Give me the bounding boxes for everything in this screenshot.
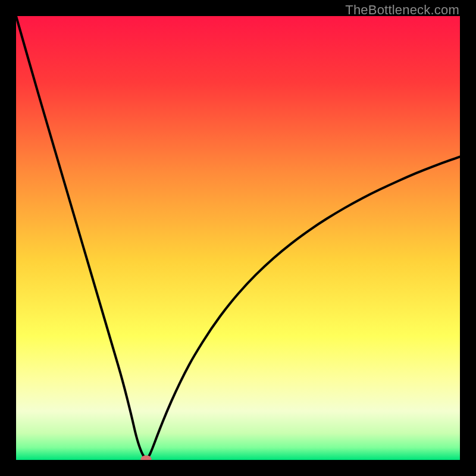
outer-frame: TheBottleneck.com <box>0 0 476 476</box>
gradient-background <box>16 16 460 460</box>
chart-svg <box>16 16 460 460</box>
plot-area <box>16 16 460 460</box>
watermark-text: TheBottleneck.com <box>345 2 459 18</box>
